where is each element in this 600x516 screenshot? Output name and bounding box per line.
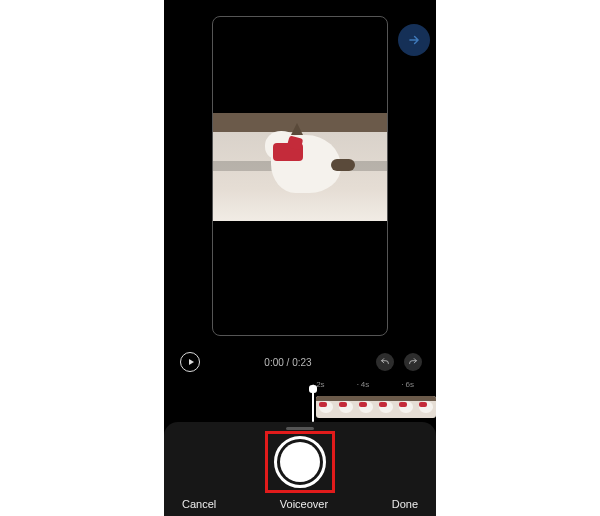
cancel-button[interactable]: Cancel — [182, 498, 216, 510]
voiceover-panel: Cancel Voiceover Done — [164, 422, 436, 516]
timecode-display: 0:00 / 0:23 — [200, 357, 376, 368]
clip-frame — [376, 396, 396, 418]
timeline-playhead[interactable] — [312, 390, 314, 422]
done-button[interactable]: Done — [392, 498, 418, 510]
record-button[interactable] — [274, 436, 326, 488]
current-time: 0:00 — [264, 357, 283, 368]
history-controls — [376, 353, 422, 371]
cat-ear — [291, 123, 303, 135]
playback-controls: 0:00 / 0:23 — [164, 346, 436, 378]
undo-button[interactable] — [376, 353, 394, 371]
video-preview-frame[interactable] — [212, 16, 388, 336]
video-thumbnail — [213, 113, 387, 221]
voiceover-toolbar: Cancel Voiceover Done — [164, 498, 436, 510]
time-marker: 6s — [401, 380, 414, 396]
redo-button[interactable] — [404, 353, 422, 371]
clip-frame — [356, 396, 376, 418]
clip-frame — [396, 396, 416, 418]
cat-tail — [331, 159, 355, 171]
timeline-clip-track[interactable] — [316, 396, 436, 418]
next-button[interactable] — [398, 24, 430, 56]
play-button[interactable] — [180, 352, 200, 372]
timeline-ruler: 2s 4s 6s — [164, 380, 436, 396]
redo-icon — [408, 357, 418, 367]
phone-screen: 0:00 / 0:23 2s 4s 6s — [164, 0, 436, 516]
panel-handle[interactable] — [286, 427, 314, 430]
total-duration: 0:23 — [292, 357, 311, 368]
time-separator: / — [284, 357, 292, 368]
undo-icon — [380, 357, 390, 367]
play-icon — [189, 359, 194, 365]
cat-bandana — [273, 143, 303, 161]
arrow-right-icon — [407, 33, 421, 47]
clip-frame — [316, 396, 336, 418]
clip-frame — [416, 396, 436, 418]
panel-title: Voiceover — [216, 498, 391, 510]
record-icon — [280, 442, 320, 482]
time-marker: 4s — [357, 380, 370, 396]
clip-frame — [336, 396, 356, 418]
